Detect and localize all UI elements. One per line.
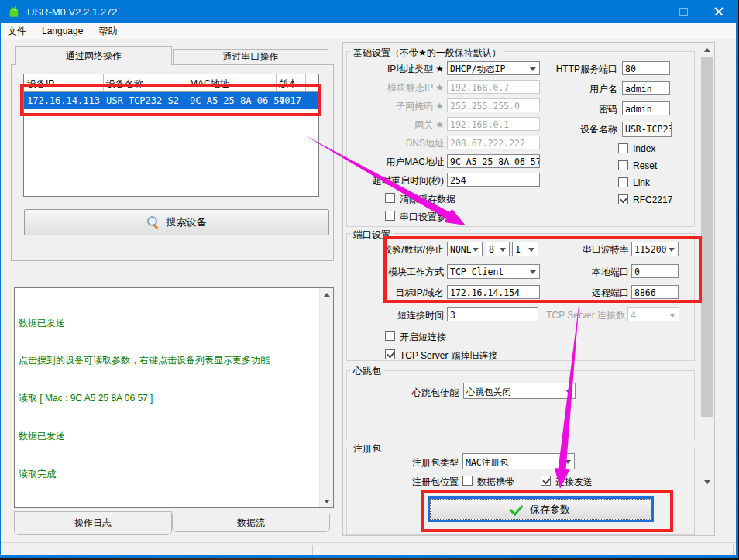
- heartbeat-enable-label: 心跳包使能: [356, 387, 459, 398]
- mac-label: 用户MAC地址: [346, 156, 444, 167]
- dns-field[interactable]: 208.67.222.222: [447, 136, 540, 149]
- short-time-label: 短连接时间: [346, 310, 444, 321]
- stop-bits-select[interactable]: 1: [512, 242, 538, 256]
- window-border-left: [0, 0, 1, 558]
- username-field[interactable]: admin: [622, 81, 670, 95]
- local-port-label: 本地端口: [542, 266, 629, 277]
- rfc2217-checkbox[interactable]: [618, 194, 628, 204]
- log-line: 读取 [ Mac : 9C A5 25 8A 06 57 ]: [19, 392, 318, 404]
- star-icon: ★: [435, 82, 444, 93]
- short-conn-checkbox[interactable]: [385, 331, 395, 341]
- target-ip-field[interactable]: 172.16.14.154: [447, 285, 540, 299]
- tab-operation-log[interactable]: 操作日志: [14, 511, 172, 535]
- menu-language[interactable]: Language: [34, 23, 91, 39]
- star-icon: ★: [435, 101, 444, 112]
- timeout-label: 超时重启时间(秒): [346, 175, 444, 186]
- baud-select[interactable]: 115200: [631, 242, 679, 256]
- send-on-connect-checkbox[interactable]: [541, 476, 551, 486]
- carry-data-checkbox[interactable]: [462, 476, 473, 486]
- maximize-icon: [679, 8, 688, 16]
- window-border-right: [736, 0, 738, 558]
- ip-type-select[interactable]: DHCP/动态IP: [447, 61, 540, 75]
- window-border-bottom: [0, 555, 738, 558]
- app-window: USR-M0 V2.2.1.272 文件 Language 帮助 通过网络操作 …: [0, 0, 738, 558]
- screenshot-root: USR-M0 V2.2.1.272 文件 Language 帮助 通过网络操作 …: [0, 0, 739, 560]
- timeout-field[interactable]: 254: [447, 173, 540, 187]
- menu-file[interactable]: 文件: [0, 23, 34, 39]
- username-label: 用户名: [534, 84, 617, 94]
- mac-field[interactable]: 9C A5 25 8A 06 57: [447, 154, 540, 168]
- scroll-down-icon[interactable]: [700, 476, 713, 488]
- heartbeat-group: [346, 370, 695, 441]
- operation-log[interactable]: 数据已发送 点击搜到的设备可读取参数，右键点击设备列表显示更多功能 读取 [ M…: [14, 287, 334, 508]
- tab-data-stream[interactable]: 数据流: [172, 514, 330, 532]
- kick-old-label: TCP Server-踢掉旧连接: [400, 349, 497, 362]
- check-icon: [509, 501, 523, 516]
- remote-port-field[interactable]: 8866: [631, 285, 679, 299]
- reset-checkbox[interactable]: [618, 160, 628, 170]
- menu-help[interactable]: 帮助: [91, 23, 125, 39]
- dns-label: DNS地址: [346, 138, 444, 149]
- close-button[interactable]: [701, 0, 736, 23]
- kick-old-checkbox[interactable]: [385, 349, 395, 359]
- static-ip-label: 模块静态IP★: [346, 82, 444, 93]
- remote-port-label: 远程端口: [542, 287, 629, 298]
- clear-cache-checkbox[interactable]: [385, 193, 395, 203]
- minimize-button[interactable]: [631, 0, 666, 23]
- parity-select[interactable]: NONE: [447, 242, 483, 256]
- save-params-button[interactable]: 保存参数: [430, 499, 651, 520]
- col-mac[interactable]: MAC地址: [190, 77, 229, 91]
- device-name-field[interactable]: USR-TCP232: [622, 122, 672, 137]
- target-ip-label: 目标IP/域名: [346, 287, 444, 298]
- register-type-select[interactable]: MAC注册包: [462, 453, 575, 469]
- http-port-field[interactable]: 80: [622, 61, 670, 75]
- settings-scrollbar[interactable]: [700, 43, 713, 488]
- col-device-ip[interactable]: 设备IP: [27, 77, 54, 91]
- maximize-button[interactable]: [666, 0, 701, 23]
- chevron-down-icon: [669, 314, 675, 318]
- heartbeat-enable-select[interactable]: 心跳包关闭: [463, 383, 576, 399]
- scrollbar-thumb[interactable]: [701, 57, 713, 417]
- log-lines: 数据已发送 点击搜到的设备可读取参数，右键点击设备列表显示更多功能 读取 [ M…: [19, 291, 318, 508]
- gateway-field[interactable]: 192.168.0.1: [447, 117, 540, 131]
- index-label: Index: [633, 143, 655, 154]
- log-scrollbar[interactable]: [319, 288, 333, 507]
- chevron-down-icon: [565, 390, 572, 393]
- tab-serial[interactable]: 通过串口操作: [173, 49, 328, 65]
- subnet-label: 子网掩码★: [346, 101, 444, 112]
- short-time-field[interactable]: 3: [447, 307, 538, 321]
- subnet-field[interactable]: 255.255.255.0: [447, 98, 540, 112]
- log-line: 数据已发送: [19, 430, 318, 442]
- log-line: 读取完成: [19, 468, 318, 480]
- scroll-down-icon[interactable]: [320, 495, 333, 507]
- title-bar[interactable]: USR-M0 V2.2.1.272: [0, 0, 738, 23]
- device-table-header: 设备IP 设备名称 MAC地址 版本: [24, 74, 318, 92]
- index-checkbox[interactable]: [618, 143, 628, 153]
- log-line: 读取 [ Mac : 9C A5 25 8A 06 57 ]: [19, 506, 318, 508]
- chevron-down-icon: [500, 248, 506, 252]
- rfc2217-label: RFC2217: [633, 194, 672, 205]
- status-bar: [0, 542, 738, 556]
- search-device-button[interactable]: 搜索设备: [24, 209, 329, 235]
- device-name-label: 设备名称: [534, 124, 617, 135]
- minimize-icon: [644, 12, 653, 12]
- search-icon: [147, 216, 160, 228]
- scroll-up-icon[interactable]: [320, 288, 333, 301]
- col-version[interactable]: 版本: [279, 77, 297, 91]
- link-checkbox[interactable]: [618, 177, 628, 187]
- close-icon: [713, 6, 724, 17]
- serial-params-checkbox[interactable]: [385, 211, 395, 221]
- static-ip-field[interactable]: 192.168.0.7: [447, 80, 540, 94]
- tcp-server-conn-select[interactable]: 4: [627, 307, 679, 321]
- password-field[interactable]: admin: [622, 101, 670, 115]
- work-mode-select[interactable]: TCP Client: [447, 264, 540, 279]
- baud-label: 串口波特率: [542, 244, 629, 255]
- data-bits-select[interactable]: 8: [486, 242, 510, 256]
- tab-network[interactable]: 通过网络操作: [15, 46, 172, 65]
- col-device-name[interactable]: 设备名称: [106, 77, 143, 91]
- scroll-up-icon[interactable]: [700, 43, 713, 56]
- local-port-field[interactable]: 0: [631, 264, 679, 278]
- register-title: 注册包: [350, 442, 384, 455]
- link-label: Link: [633, 177, 650, 188]
- device-row-selected[interactable]: 172.16.14.113 USR-TCP232-S2 9C A5 25 8A …: [24, 92, 318, 109]
